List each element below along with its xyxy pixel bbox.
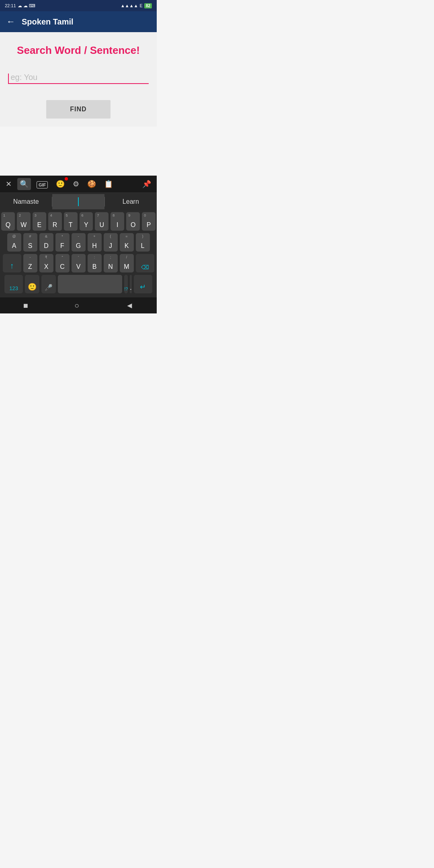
gif-label: GIF [37,181,48,188]
keyboard-search-button[interactable]: 🔍 [17,178,31,190]
keyboard-settings-button[interactable]: ⚙ [70,178,82,190]
key-m[interactable]: /M [120,254,134,272]
find-button[interactable]: FIND [46,100,111,119]
key-row-1: 1Q 2W 3E 4R 5T 6Y 7U 8I 9O 0P [1,212,156,231]
key-t[interactable]: 5T [64,212,78,231]
keyboard-close-button[interactable]: ✕ [3,178,14,190]
keyboard-toolbar: ✕ 🔍 GIF 🙂 ⚙ 🍪 📋 📌 [0,176,157,193]
main-content: Search Word / Sentence! eg: You FIND [0,32,157,127]
battery-indicator: 82 [144,3,152,8]
key-row-4: 123 🙂 🎤 !? . ↵ [1,275,156,293]
status-right: ▲▲▲▲ E 82 [121,3,152,8]
key-l[interactable]: )L [136,233,150,252]
enter-key[interactable]: ↵ [134,275,152,293]
key-e[interactable]: 3E [33,212,46,231]
keyboard-pin-button[interactable]: 📌 [140,178,154,190]
suggestions-row: Namaste Learn [0,193,157,211]
key-c[interactable]: "C [55,254,70,272]
key-a[interactable]: @A [7,233,21,252]
sticker-notification-dot [65,177,68,180]
key-j[interactable]: (J [104,233,118,252]
signal-icon: ▲▲▲▲ [121,3,138,8]
keyboard-clipboard-button[interactable]: 📋 [102,178,115,190]
key-z[interactable]: -Z [23,254,37,272]
key-g[interactable]: -G [72,233,86,252]
key-x[interactable]: ₹X [39,254,53,272]
key-row-2: @A #S &D *F -G +H (J =K )L [1,233,156,252]
search-heading: Search Word / Sentence! [8,44,149,57]
key-q[interactable]: 1Q [1,212,15,231]
key-d[interactable]: &D [39,233,53,252]
suggestion-namaste[interactable]: Namaste [0,195,52,209]
keyboard-themes-button[interactable]: 🍪 [85,178,98,190]
key-i[interactable]: 8I [111,212,124,231]
bottom-navigation: ■ ○ ◄ [0,297,157,313]
key-k[interactable]: =K [120,233,134,252]
space-key[interactable] [58,275,122,293]
punctuation-key[interactable]: !? [124,275,128,293]
key-rows: 1Q 2W 3E 4R 5T 6Y 7U 8I 9O 0P @A #S &D *… [0,211,157,297]
keyboard: ✕ 🔍 GIF 🙂 ⚙ 🍪 📋 📌 Namaste Learn 1Q [0,176,157,297]
key-r[interactable]: 4R [48,212,62,231]
key-p[interactable]: 0P [142,212,156,231]
emoji-key[interactable]: 🙂 [25,275,39,293]
suggestion-learn[interactable]: Learn [105,195,157,209]
keyboard-gif-button[interactable]: GIF [34,178,50,190]
search-placeholder: eg: You [10,73,37,82]
nav-home-button[interactable]: ○ [74,301,79,310]
status-bar: 22:11 ☁ ☁ ⌨ ▲▲▲▲ E 82 [0,0,157,11]
key-v[interactable]: 'V [72,254,86,272]
search-input-container: eg: You [8,73,149,84]
key-n[interactable]: ;N [104,254,118,272]
cursor-in-suggestion [78,197,79,206]
key-f[interactable]: *F [55,233,70,252]
key-y[interactable]: 6Y [80,212,93,231]
mic-key[interactable]: 🎤 [41,275,56,293]
status-time: 22:11 [5,3,16,8]
app-title: Spoken Tamil [22,17,74,27]
suggestion-cursor[interactable] [52,194,104,209]
nav-stop-button[interactable]: ■ [23,301,28,310]
shift-key[interactable]: ↑ [3,254,21,272]
key-w[interactable]: 2W [17,212,31,231]
key-row-3: ↑ -Z ₹X "C 'V :B ;N /M ⌫ [1,254,156,272]
cursor [8,74,9,83]
status-icons: ☁ ☁ ⌨ [18,3,35,8]
nav-back-button[interactable]: ◄ [126,301,134,310]
key-b[interactable]: :B [88,254,102,272]
key-o[interactable]: 9O [126,212,140,231]
status-left: 22:11 ☁ ☁ ⌨ [5,3,35,8]
period-key[interactable]: . [130,275,131,293]
key-h[interactable]: +H [88,233,102,252]
back-button[interactable]: ← [6,16,15,27]
numbers-key[interactable]: 123 [4,275,23,293]
app-toolbar: ← Spoken Tamil [0,11,157,32]
backspace-key[interactable]: ⌫ [136,254,154,272]
key-u[interactable]: 7U [95,212,108,231]
keyboard-sticker-button[interactable]: 🙂 [53,178,67,190]
network-type: E [140,3,143,8]
key-s[interactable]: #S [23,233,37,252]
